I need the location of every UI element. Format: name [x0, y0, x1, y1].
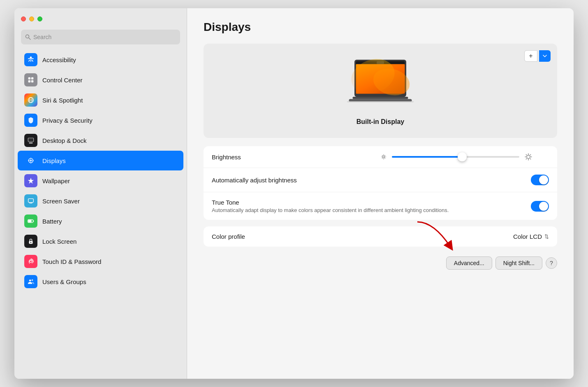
svg-line-58 — [530, 154, 531, 155]
svg-point-18 — [30, 160, 32, 161]
svg-point-41 — [383, 156, 385, 158]
svg-rect-4 — [31, 77, 33, 79]
sidebar-item-control-center[interactable]: Control Center — [18, 70, 183, 90]
chevron-down-icon — [542, 54, 547, 58]
svg-line-46 — [382, 155, 382, 156]
true-tone-label: True Tone — [212, 199, 531, 206]
sun-small-icon — [380, 154, 387, 160]
titlebar — [14, 8, 187, 30]
svg-rect-6 — [31, 80, 33, 82]
auto-brightness-row: Automatically adjust brightness — [204, 168, 557, 192]
display-actions: + — [524, 50, 551, 62]
brightness-slider[interactable] — [392, 156, 519, 158]
svg-rect-25 — [28, 220, 32, 222]
control-center-icon — [24, 73, 37, 86]
svg-rect-38 — [353, 97, 408, 99]
true-tone-desc: Automatically adapt display to make colo… — [212, 207, 500, 213]
color-profile-value: Color LCD — [513, 233, 542, 240]
lock-screen-icon — [24, 235, 37, 248]
desktop-dock-icon — [24, 134, 37, 147]
sidebar-item-label-desktop-dock: Desktop & Dock — [42, 137, 87, 144]
add-display-button[interactable]: + — [524, 50, 537, 62]
color-profile-card: Color profile Color LCD ⇅ — [204, 226, 557, 247]
true-tone-toggle[interactable] — [531, 201, 549, 212]
sidebar-item-screen-saver[interactable]: Screen Saver — [18, 191, 183, 211]
sidebar-item-privacy-security[interactable]: Privacy & Security — [18, 110, 183, 130]
sidebar-item-displays[interactable]: Displays — [18, 151, 183, 170]
search-icon — [25, 34, 31, 40]
svg-rect-11 — [29, 142, 33, 143]
auto-brightness-label: Automatically adjust brightness — [212, 177, 531, 184]
sidebar-item-desktop-dock[interactable]: Desktop & Dock — [18, 131, 183, 150]
sidebar-item-label-screen-saver: Screen Saver — [42, 198, 80, 205]
brightness-row: Brightness — [204, 146, 557, 168]
search-placeholder: Search — [33, 34, 51, 40]
svg-line-55 — [526, 154, 527, 155]
svg-point-31 — [32, 280, 33, 281]
advanced-button[interactable]: Advanced... — [446, 256, 492, 270]
svg-line-47 — [384, 158, 385, 158]
accessibility-icon — [24, 53, 37, 66]
auto-brightness-toggle[interactable] — [531, 175, 549, 185]
minimize-button[interactable] — [29, 16, 34, 21]
night-shift-button[interactable]: Night Shift... — [495, 256, 542, 270]
sidebar-item-siri[interactable]: Siri & Spotlight — [18, 90, 183, 110]
sidebar-item-users-groups[interactable]: Users & Groups — [18, 272, 183, 291]
search-bar[interactable]: Search — [21, 30, 180, 44]
svg-line-48 — [382, 158, 382, 158]
display-preview-card: + — [204, 44, 557, 138]
sidebar-item-label-privacy: Privacy & Security — [42, 117, 93, 124]
wallpaper-icon — [24, 174, 37, 187]
main-content: Displays + — [187, 8, 574, 379]
display-dropdown-button[interactable] — [539, 50, 551, 62]
brightness-card: Brightness — [204, 146, 557, 220]
svg-point-28 — [30, 242, 32, 243]
help-button[interactable]: ? — [546, 257, 557, 269]
sidebar-item-touch-id[interactable]: Touch ID & Password — [18, 252, 183, 271]
svg-line-49 — [384, 155, 385, 156]
maximize-button[interactable] — [37, 16, 42, 21]
siri-icon — [24, 93, 37, 107]
sidebar-item-label-displays: Displays — [42, 157, 66, 164]
svg-point-0 — [26, 35, 29, 38]
brightness-label: Brightness — [212, 154, 364, 161]
sidebar-item-label-touch-id: Touch ID & Password — [42, 258, 101, 265]
svg-rect-23 — [28, 199, 34, 203]
close-button[interactable] — [21, 16, 26, 21]
sidebar-item-label-wallpaper: Wallpaper — [42, 177, 70, 184]
sidebar-item-label-users-groups: Users & Groups — [42, 278, 86, 285]
privacy-security-icon — [24, 114, 37, 127]
svg-rect-3 — [28, 77, 30, 79]
users-groups-icon — [24, 275, 37, 288]
sidebar-item-label-siri: Siri & Spotlight — [42, 97, 83, 104]
sidebar-list: Accessibility Control Center — [14, 48, 187, 379]
brightness-slider-container — [380, 153, 532, 161]
battery-icon — [24, 214, 37, 228]
sidebar-item-accessibility[interactable]: Accessibility — [18, 50, 183, 70]
displays-icon — [24, 154, 37, 167]
touch-id-icon — [24, 255, 37, 268]
sidebar-item-lock-screen[interactable]: Lock Screen — [18, 231, 183, 251]
color-profile-select[interactable]: Color LCD ⇅ — [513, 233, 549, 240]
svg-point-50 — [527, 155, 530, 159]
color-profile-label: Color profile — [212, 233, 513, 240]
svg-line-1 — [29, 38, 30, 40]
sidebar-item-label-lock-screen: Lock Screen — [42, 238, 76, 245]
sidebar-item-wallpaper[interactable]: Wallpaper — [18, 171, 183, 191]
sidebar-item-label-control-center: Control Center — [42, 77, 83, 84]
screen-saver-icon — [24, 194, 37, 207]
sidebar-item-battery[interactable]: Battery — [18, 211, 183, 231]
svg-rect-26 — [33, 220, 34, 222]
sidebar-item-label-battery: Battery — [42, 218, 62, 225]
svg-rect-12 — [28, 138, 34, 142]
svg-line-57 — [526, 159, 527, 159]
svg-rect-5 — [28, 80, 30, 82]
svg-line-56 — [530, 159, 531, 159]
sidebar-item-label-accessibility: Accessibility — [42, 56, 76, 63]
chevron-updown-icon: ⇅ — [544, 233, 549, 240]
color-profile-row: Color profile Color LCD ⇅ — [204, 226, 557, 247]
sidebar: Search Accessibility — [14, 8, 187, 379]
sun-large-icon — [524, 153, 532, 161]
true-tone-row: True Tone Automatically adapt display to… — [204, 192, 557, 220]
display-name: Built-in Display — [357, 118, 404, 126]
